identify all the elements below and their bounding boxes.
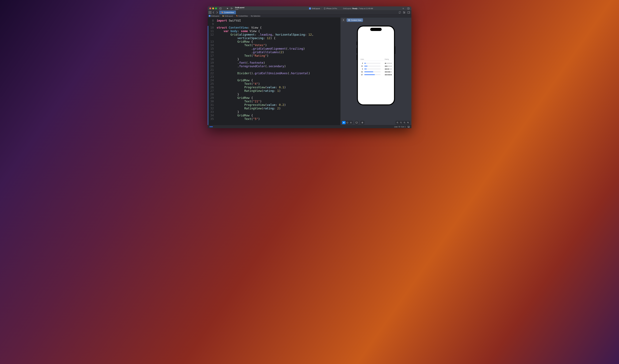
refresh-canvas-button[interactable] <box>398 11 401 14</box>
svg-line-50 <box>408 123 409 123</box>
status-bar: Line: 72 Col: 1 <box>208 125 411 128</box>
activity-prefix: GridLayout: <box>343 8 352 9</box>
svg-point-20 <box>404 13 404 14</box>
row-progress <box>364 71 380 72</box>
preview-row: 5★★★☆☆ <box>360 68 392 70</box>
app-icon <box>309 8 311 9</box>
svg-rect-23 <box>209 15 211 17</box>
crumb-group: GridLayout <box>225 15 233 17</box>
swift-icon <box>221 12 223 14</box>
activity-state: Ready <box>352 8 357 9</box>
row-rating: ★★★★☆ <box>382 71 392 73</box>
preview-app-content: Votes Rating 4★☆☆☆☆21★★☆☆☆5★★★☆☆52★★★★☆6… <box>358 58 394 76</box>
close-button[interactable] <box>209 8 211 9</box>
minimize-button[interactable] <box>212 8 214 9</box>
editor-split: 8910111213141516171819202122232425262728… <box>208 18 411 125</box>
nav-forward-button[interactable] <box>215 11 219 14</box>
svg-point-35 <box>351 123 351 123</box>
svg-rect-37 <box>355 122 357 123</box>
scheme-git-icon[interactable] <box>230 7 233 10</box>
svg-rect-12 <box>210 11 211 12</box>
crumb-selection: No Selection <box>251 15 260 17</box>
chevron-right-icon: 〉 <box>321 7 323 10</box>
svg-point-3 <box>231 9 231 9</box>
svg-point-32 <box>351 123 351 123</box>
svg-line-45 <box>401 123 402 123</box>
source-editor[interactable]: 8910111213141516171819202122232425262728… <box>208 18 340 125</box>
dynamic-island <box>370 28 382 31</box>
svg-point-18 <box>403 12 404 12</box>
header-votes: Votes <box>360 58 364 60</box>
iphone-icon <box>324 8 326 9</box>
row-votes: 5 <box>360 68 363 70</box>
row-votes: 67 <box>360 74 363 76</box>
svg-rect-0 <box>220 8 221 9</box>
canvas-stage[interactable]: Votes Rating 4★☆☆☆☆21★★☆☆☆5★★★☆☆52★★★★☆6… <box>340 23 411 120</box>
zoom-button[interactable] <box>215 8 217 9</box>
titlebar: GridLayout main GridLayout 〉 iPhone 14 P… <box>208 6 411 11</box>
row-progress <box>364 66 380 66</box>
indexing-progress <box>209 126 213 127</box>
svg-rect-24 <box>348 19 350 21</box>
toggle-debug-area-button[interactable] <box>408 126 410 127</box>
divider <box>360 61 392 61</box>
row-progress <box>364 69 380 69</box>
adjust-editor-button[interactable] <box>403 11 406 14</box>
svg-rect-25 <box>349 20 350 21</box>
toggle-navigator-button[interactable] <box>219 7 222 10</box>
source-code[interactable]: import SwiftUI struct ContentView: View … <box>215 18 340 125</box>
row-rating: ★★★☆☆ <box>382 68 392 70</box>
zoom-in-button[interactable] <box>406 121 410 124</box>
svg-point-30 <box>351 122 352 122</box>
svg-point-26 <box>343 122 344 123</box>
svg-text:1: 1 <box>404 122 404 123</box>
zoom-out-button[interactable] <box>396 121 399 124</box>
add-button[interactable] <box>402 7 405 10</box>
scheme-selector[interactable]: GridLayout main <box>235 7 244 10</box>
activity-time: Today at 11:48 AM <box>359 8 373 9</box>
zoom-fit-button[interactable] <box>399 121 403 124</box>
jump-bar[interactable]: GridLayout 〉 GridLayout 〉 ContentView 〉 … <box>208 14 411 18</box>
run-device: iPhone 14 Pro <box>326 8 337 9</box>
live-preview-button[interactable] <box>342 121 346 124</box>
run-button[interactable] <box>226 7 229 10</box>
run-destination[interactable]: GridLayout 〉 iPhone 14 Pro <box>246 7 400 10</box>
toggle-canvas-button[interactable] <box>407 11 410 14</box>
preview-row: 67★★★★★ <box>360 73 392 76</box>
preview-row: 21★★☆☆☆ <box>360 65 392 68</box>
svg-point-2 <box>231 8 231 8</box>
svg-point-31 <box>350 123 351 123</box>
svg-point-36 <box>351 123 352 123</box>
crumb-project: GridLayout <box>211 15 219 17</box>
row-progress <box>364 74 380 75</box>
svg-rect-27 <box>347 122 348 123</box>
variants-button[interactable] <box>349 121 353 124</box>
scheme-name: GridLayout <box>235 7 244 8</box>
scheme-branch: main <box>235 8 244 10</box>
chevron-right-icon: 〉 <box>249 15 250 17</box>
tab-label: ContentView <box>224 12 234 14</box>
device-screen: Votes Rating 4★☆☆☆☆21★★☆☆☆5★★★☆☆52★★★★☆6… <box>358 27 394 104</box>
zoom-actual-button[interactable]: 1 <box>403 121 406 124</box>
canvas-settings-button[interactable] <box>361 121 364 124</box>
svg-point-28 <box>350 122 351 122</box>
xcode-window: GridLayout main GridLayout 〉 iPhone 14 P… <box>208 6 411 128</box>
tab-contentview[interactable]: ContentView <box>219 11 236 14</box>
nav-back-button[interactable] <box>212 11 215 14</box>
related-items-button[interactable] <box>208 11 211 14</box>
preview-row: 4★☆☆☆☆ <box>360 62 392 65</box>
device-settings-button[interactable] <box>355 121 358 124</box>
pin-preview-button[interactable] <box>342 18 345 22</box>
svg-rect-14 <box>210 13 211 14</box>
toggle-inspector-button[interactable] <box>407 7 410 10</box>
svg-rect-13 <box>209 13 210 14</box>
preview-chip[interactable]: Content View <box>347 18 363 22</box>
row-rating: ★☆☆☆☆ <box>382 62 392 64</box>
window-traffic-lights <box>209 8 217 9</box>
svg-rect-11 <box>209 11 210 12</box>
row-votes: 4 <box>360 62 363 64</box>
chevron-right-icon: 〉 <box>234 15 235 17</box>
selectable-preview-button[interactable] <box>346 121 349 124</box>
svg-rect-9 <box>408 8 409 9</box>
change-bar <box>208 26 208 125</box>
